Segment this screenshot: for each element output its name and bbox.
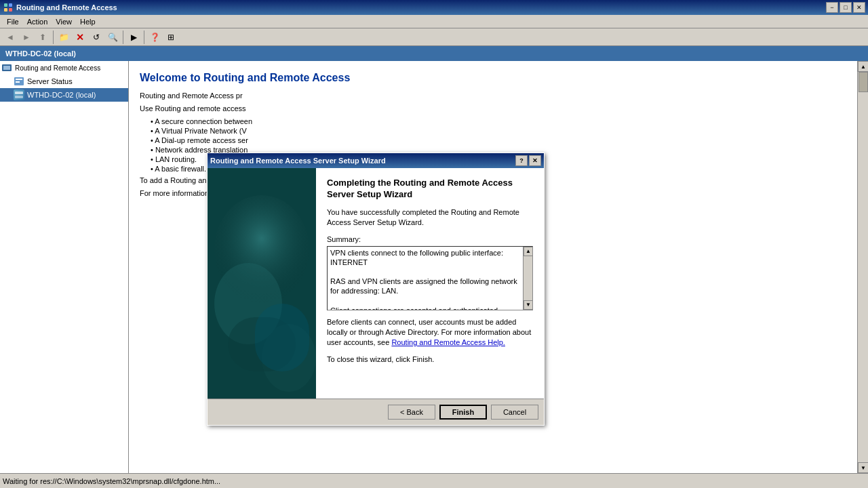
sidebar-server-label: WTHD-DC-02 (local) [27, 91, 96, 99]
summary-scrollbar[interactable]: ▲ ▼ [523, 247, 532, 310]
bullet-3: • A Dial-up remote access ser [151, 136, 846, 144]
header-bar: WTHD-DC-02 (local) [0, 46, 868, 61]
properties-button[interactable]: ⊞ [163, 30, 178, 45]
wizard-success-text: You have successfully completed the Rout… [327, 207, 533, 228]
wizard-title-controls: ? ✕ [515, 155, 541, 166]
toolbar-separator-1 [53, 30, 54, 44]
svg-rect-0 [4, 3, 7, 7]
sidebar-status-label: Server Status [27, 77, 73, 85]
sidebar-item-server[interactable]: WTHD-DC-02 (local) [0, 88, 128, 102]
svg-rect-8 [16, 81, 20, 83]
content-para-2: Use Routing and remote access [140, 104, 846, 114]
scroll-up-arrow[interactable]: ▲ [858, 61, 868, 72]
toolbar-separator-2 [123, 30, 123, 44]
wizard-note-link[interactable]: Routing and Remote Access Help. [391, 338, 505, 346]
summary-line-4 [330, 299, 519, 303]
bullet-2: • A Virtual Private Network (V [151, 127, 846, 135]
wizard-summary-label: Summary: [327, 235, 533, 243]
summary-line-3: RAS and VPN clients are assigned the fol… [330, 277, 519, 296]
wizard-body: Completing the Routing and Remote Access… [208, 168, 544, 399]
menu-action[interactable]: Action [23, 16, 52, 27]
menu-view[interactable]: View [52, 16, 76, 27]
wizard-close-btn[interactable]: ✕ [529, 155, 541, 166]
scroll-thumb[interactable] [859, 72, 868, 92]
refresh-button[interactable]: ↺ [89, 30, 104, 45]
finish-button[interactable]: Finish [439, 405, 487, 420]
header-title: WTHD-DC-02 (local) [5, 49, 76, 58]
wizard-dialog: Routing and Remote Access Server Setup W… [207, 152, 545, 426]
sidebar-item-root[interactable]: Routing and Remote Access [0, 61, 128, 75]
menu-file[interactable]: File [3, 16, 23, 27]
svg-rect-15 [228, 317, 296, 371]
toolbar-separator-3 [144, 30, 144, 44]
svg-rect-5 [3, 66, 10, 70]
wizard-footer: < Back Finish Cancel [208, 399, 544, 425]
window-title: Routing and Remote Access [16, 3, 117, 12]
scroll-down-arrow[interactable]: ▼ [858, 462, 868, 473]
sidebar-root-label: Routing and Remote Access [15, 64, 100, 72]
svg-point-14 [262, 324, 316, 392]
sidebar-root-icon [1, 62, 12, 73]
action-button-1[interactable]: ▶ [126, 30, 141, 45]
scroll-track [858, 72, 868, 462]
bullet-1: • A secure connection between [151, 117, 846, 125]
summary-line-2 [330, 270, 519, 274]
back-button[interactable]: ◄ [3, 30, 18, 45]
wizard-title-bar: Routing and Remote Access Server Setup W… [208, 153, 544, 168]
delete-button[interactable]: ✕ [73, 30, 87, 45]
sidebar: Routing and Remote Access Server Status [0, 61, 129, 473]
wizard-title-text: Routing and Remote Access Server Setup W… [210, 157, 386, 165]
wizard-left-panel [208, 168, 316, 399]
wizard-summary-box[interactable]: VPN clients connect to the following pub… [327, 246, 533, 310]
app-icon [3, 2, 14, 13]
summary-scroll-up[interactable]: ▲ [524, 247, 533, 256]
menu-bar: File Action View Help [0, 15, 868, 28]
status-text: Waiting for res://C:\Windows\system32\mp… [3, 477, 220, 485]
open-button[interactable]: 📁 [56, 30, 71, 45]
minimize-button[interactable]: − [826, 2, 838, 13]
wizard-right-panel: Completing the Routing and Remote Access… [316, 168, 544, 399]
content-para-1: Routing and Remote Access pr [140, 91, 846, 101]
svg-rect-10 [15, 96, 23, 98]
wizard-close-note: To close this wizard, click Finish. [327, 355, 533, 363]
summary-line-1: VPN clients connect to the following pub… [330, 248, 519, 268]
wizard-main-title: Completing the Routing and Remote Access… [327, 178, 533, 201]
content-title: Welcome to Routing and Remote Access [140, 72, 846, 84]
wizard-note: Before clients can connect, user account… [327, 317, 533, 348]
forward-button[interactable]: ► [19, 30, 34, 45]
summary-line-5: Client connections are accepted and auth… [330, 306, 519, 310]
sidebar-item-status[interactable]: Server Status [0, 75, 128, 88]
maximize-button[interactable]: □ [840, 2, 852, 13]
export-button[interactable]: 🔍 [105, 30, 120, 45]
close-button[interactable]: ✕ [853, 2, 865, 13]
svg-rect-7 [16, 79, 22, 80]
up-button[interactable]: ⬆ [35, 30, 50, 45]
back-button[interactable]: < Back [388, 405, 435, 420]
sidebar-server-icon [14, 89, 24, 100]
svg-rect-1 [9, 3, 12, 7]
summary-scroll-down[interactable]: ▼ [524, 300, 533, 310]
title-bar: Routing and Remote Access − □ ✕ [0, 0, 868, 15]
wizard-help-btn[interactable]: ? [515, 155, 528, 166]
help-button[interactable]: ❓ [147, 30, 162, 45]
cancel-button[interactable]: Cancel [491, 405, 538, 420]
main-scrollbar[interactable]: ▲ ▼ [857, 61, 868, 473]
main-area: Routing and Remote Access Server Status [0, 61, 868, 473]
svg-rect-3 [9, 8, 12, 12]
svg-rect-2 [4, 8, 7, 12]
status-bar: Waiting for res://C:\Windows\system32\mp… [0, 473, 868, 488]
sidebar-status-icon [14, 76, 24, 87]
toolbar: ◄ ► ⬆ 📁 ✕ ↺ 🔍 ▶ ❓ ⊞ [0, 28, 868, 46]
menu-help[interactable]: Help [76, 16, 100, 27]
svg-rect-9 [15, 92, 23, 94]
